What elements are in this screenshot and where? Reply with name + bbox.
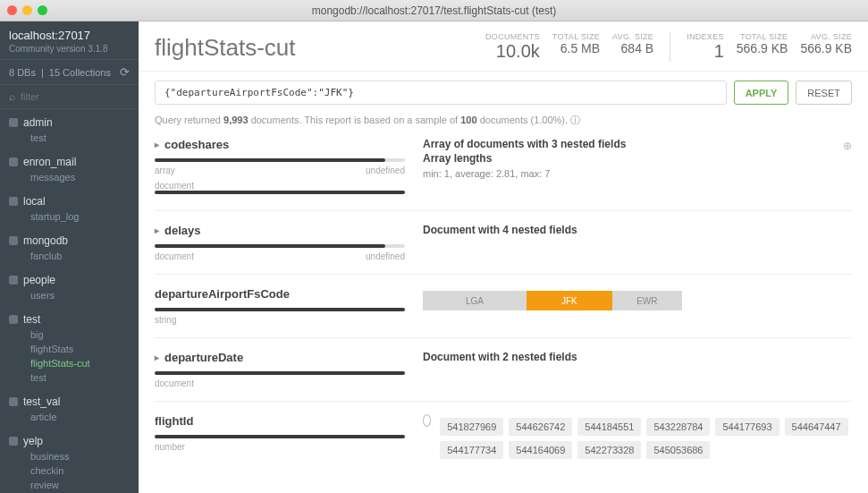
- caret-icon[interactable]: ▸: [155, 140, 159, 149]
- collection-flightStats-cut[interactable]: flightStats-cut: [30, 356, 130, 370]
- collection-flightStats[interactable]: flightStats: [30, 342, 130, 356]
- field-name: codeshares: [164, 138, 229, 151]
- db-test_val[interactable]: test_val: [9, 395, 130, 408]
- database-icon: [9, 157, 18, 166]
- collection-review[interactable]: review: [30, 478, 130, 492]
- collection-test[interactable]: test: [30, 370, 130, 385]
- field-codeshares: ▸codesharesarrayundefineddocument⊕Array …: [155, 134, 852, 210]
- field-departureAirportFsCode: departureAirportFsCodestringLGAJFKEWR: [155, 274, 852, 337]
- schema-view: ▸codesharesarrayundefineddocument⊕Array …: [139, 134, 868, 493]
- collection-messages[interactable]: messages: [30, 170, 130, 184]
- value-segment[interactable]: EWR: [612, 291, 682, 310]
- collection-article[interactable]: article: [30, 410, 130, 424]
- db-count: 8 DBs: [9, 67, 36, 78]
- database-icon: [9, 197, 18, 206]
- info-icon[interactable]: ⓘ: [570, 115, 580, 125]
- value-tag[interactable]: 544184551: [577, 418, 641, 436]
- collection-stats: DOCUMENTS 10.0k total size 6.5 MB avg. s…: [485, 32, 852, 62]
- db-local[interactable]: local: [9, 195, 130, 208]
- connection-header: localhost:27017 Community version 3.1.8: [0, 21, 139, 60]
- field-name: delays: [164, 224, 200, 237]
- field-delays: ▸delaysdocumentundefinedDocument with 4 …: [155, 210, 852, 274]
- stat-indexes: INDEXES 1: [687, 32, 724, 62]
- stat-avg-size: avg. size 684 B: [612, 32, 653, 62]
- stat-index-avg-size: avg. size 566.9 KB: [800, 32, 852, 62]
- refresh-icon[interactable]: ⟳: [120, 65, 130, 79]
- connection-version: Community version 3.1.8: [9, 44, 130, 54]
- value-segment[interactable]: LGA: [423, 291, 527, 310]
- collection-title: flightStats-cut: [155, 34, 485, 62]
- key-icon[interactable]: ⊕: [843, 140, 852, 152]
- field-name: flightId: [155, 414, 193, 428]
- value-tag[interactable]: 544177693: [715, 418, 779, 436]
- value-tag[interactable]: 544647447: [785, 418, 848, 436]
- collection-count: 15 Collections: [49, 67, 111, 78]
- collection-fanclub[interactable]: fanclub: [30, 249, 130, 263]
- db-enron_mail[interactable]: enron_mail: [9, 156, 130, 168]
- field-name: departureAirportFsCode: [155, 287, 290, 301]
- stat-total-size: total size 6.5 MB: [552, 32, 600, 62]
- value-tags: 5418279695446267425441845515432287845441…: [440, 418, 852, 459]
- database-icon: [9, 437, 18, 446]
- value-tag[interactable]: 545053686: [646, 441, 710, 459]
- radio-icon[interactable]: [423, 414, 431, 427]
- field-name: departureDate: [164, 351, 243, 364]
- sidebar-stats: 8 DBs | 15 Collections ⟳: [0, 60, 139, 85]
- value-tag[interactable]: 544164069: [509, 441, 572, 459]
- database-icon: [9, 276, 18, 285]
- value-segment[interactable]: JFK: [527, 291, 612, 310]
- query-bar: APPLY RESET: [155, 81, 852, 105]
- main-content: flightStats-cut DOCUMENTS 10.0k total si…: [139, 21, 868, 493]
- collection-business[interactable]: business: [30, 449, 130, 463]
- window-titlebar: mongodb://localhost:27017/test.flightSta…: [0, 0, 868, 21]
- db-mongodb[interactable]: mongodb: [9, 234, 130, 247]
- stat-documents: DOCUMENTS 10.0k: [485, 32, 540, 62]
- field-departureDate: ▸departureDatedocumentDocument with 2 ne…: [155, 337, 852, 401]
- filter-input[interactable]: [21, 91, 144, 102]
- apply-button[interactable]: APPLY: [734, 81, 789, 105]
- value-tag[interactable]: 544177734: [440, 441, 503, 459]
- db-yelp[interactable]: yelp: [9, 435, 130, 447]
- db-people[interactable]: people: [9, 274, 130, 286]
- search-icon: ⌕: [9, 90, 15, 103]
- collection-users[interactable]: users: [30, 288, 130, 302]
- caret-icon[interactable]: ▸: [155, 353, 159, 362]
- window-title: mongodb://localhost:27017/test.flightSta…: [0, 4, 868, 17]
- reset-button[interactable]: RESET: [796, 81, 852, 105]
- value-distribution: LGAJFKEWR: [423, 291, 682, 310]
- collection-big[interactable]: big: [30, 327, 130, 342]
- database-icon: [9, 236, 18, 245]
- db-test[interactable]: test: [9, 313, 130, 326]
- database-list: admintestenron_mailmessageslocalstartup_…: [0, 109, 139, 493]
- database-icon: [9, 118, 18, 127]
- value-tag[interactable]: 544626742: [509, 418, 572, 436]
- db-admin[interactable]: admin: [9, 116, 130, 129]
- sidebar: localhost:27017 Community version 3.1.8 …: [0, 21, 139, 493]
- field-flightId: flightIdnumber54182796954462674254418455…: [155, 401, 852, 472]
- database-icon: [9, 315, 18, 324]
- value-tag[interactable]: 541827969: [440, 418, 503, 436]
- database-icon: [9, 397, 18, 406]
- collection-test[interactable]: test: [30, 131, 130, 145]
- collection-startup_log[interactable]: startup_log: [30, 209, 130, 224]
- connection-host: localhost:27017: [9, 29, 130, 42]
- value-tag[interactable]: 542273328: [577, 441, 641, 459]
- query-input[interactable]: [155, 81, 727, 105]
- result-info: Query returned 9,993 documents. This rep…: [155, 114, 852, 127]
- collection-checkin[interactable]: checkin: [30, 463, 130, 478]
- sidebar-filter: ⌕: [0, 85, 139, 109]
- caret-icon[interactable]: ▸: [155, 225, 159, 235]
- stat-index-total-size: total size 566.9 KB: [737, 32, 788, 62]
- value-tag[interactable]: 543228784: [646, 418, 710, 436]
- collection-header: flightStats-cut DOCUMENTS 10.0k total si…: [139, 21, 868, 72]
